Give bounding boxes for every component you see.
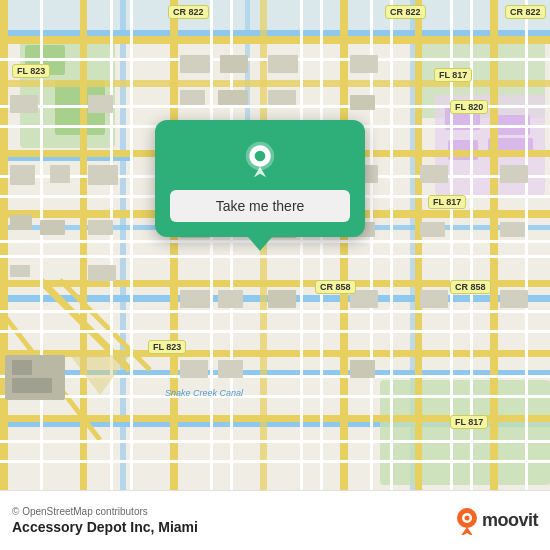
road-label-cr822-mid: CR 822 <box>385 5 426 19</box>
moovit-pin-icon <box>456 507 478 535</box>
road-label-cr822-right: CR 822 <box>505 5 546 19</box>
map-container: CR 822 CR 822 CR 822 FL 823 FL 817 FL 82… <box>0 0 550 490</box>
road-label-fl823-top: FL 823 <box>12 64 50 78</box>
svg-point-111 <box>255 151 266 162</box>
popup-card: Take me there <box>155 120 365 237</box>
road-label-fl817-top: FL 817 <box>434 68 472 82</box>
road-label-fl817-mid: FL 817 <box>428 195 466 209</box>
road-label-fl817-bottom: FL 817 <box>450 415 488 429</box>
bottom-left-info: © OpenStreetMap contributors Accessory D… <box>12 506 198 535</box>
bottom-bar: © OpenStreetMap contributors Accessory D… <box>0 490 550 550</box>
moovit-brand-text: moovit <box>482 510 538 531</box>
take-me-there-button[interactable]: Take me there <box>170 190 350 222</box>
road-label-cr858-left: CR 858 <box>315 280 356 294</box>
road-label-cr858-right: CR 858 <box>450 280 491 294</box>
osm-attribution: © OpenStreetMap contributors <box>12 506 198 517</box>
road-label-fl820: FL 820 <box>450 100 488 114</box>
moovit-logo: moovit <box>456 507 538 535</box>
road-labels-container: CR 822 CR 822 CR 822 FL 823 FL 817 FL 82… <box>0 0 550 490</box>
canal-label: Snake Creek Canal <box>165 388 243 398</box>
location-pin-icon <box>240 140 280 180</box>
location-name: Accessory Depot Inc, Miami <box>12 519 198 535</box>
road-label-cr822-left: CR 822 <box>168 5 209 19</box>
road-label-fl823-bottom: FL 823 <box>148 340 186 354</box>
svg-point-114 <box>464 515 469 520</box>
